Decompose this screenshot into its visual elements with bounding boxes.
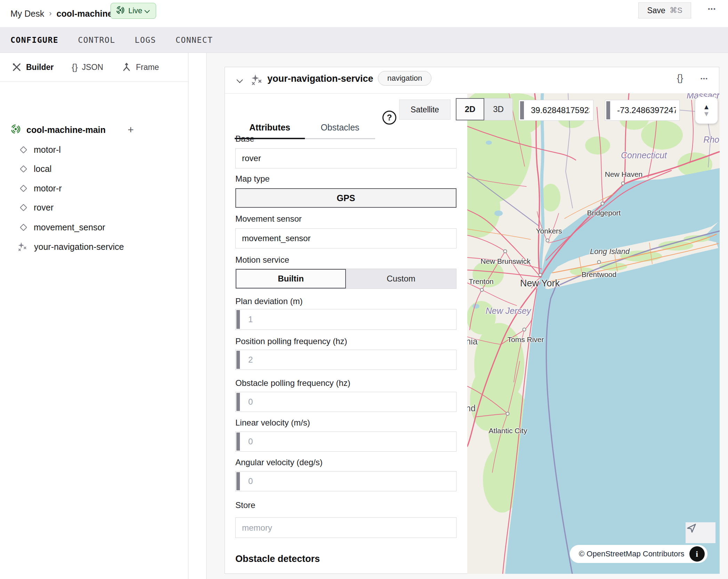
sidebar: Builder {} JSON Frame [0,53,188,579]
map-3d-button[interactable]: 3D [484,98,513,120]
attribution-text: © OpenStreetMap Contributors [579,549,685,558]
tree-item-local[interactable]: local [19,161,51,176]
more-menu-button[interactable]: ••• [708,6,716,13]
breadcrumb-separator: › [49,9,51,18]
save-button[interactable]: Save ⌘S [638,2,691,18]
card-menu-button[interactable]: ••• [701,76,708,81]
map-canvas [467,93,720,574]
obstacle-polling-input[interactable] [235,392,456,412]
map-label-yonkers: Yonkers [536,227,562,235]
add-component-button[interactable]: + [124,124,137,136]
tree-item-label: local [34,164,51,174]
map-label-brentwood: Brentwood [582,270,616,279]
map-label-new-york: New York [520,278,560,289]
linear-velocity-input[interactable] [235,431,456,452]
chevron-down-icon [145,8,150,13]
motion-builtin-option[interactable]: Builtin [236,269,346,288]
save-label: Save [647,6,665,15]
tab-obstacles[interactable]: Obstacles [305,122,375,139]
live-label: Live [128,6,142,15]
satellite-toggle-button[interactable]: Satellite [399,100,451,120]
map-label-connecticut: Connecticut [621,150,667,160]
tree-item-label: motor-r [34,183,62,193]
plan-deviation-input[interactable] [235,309,456,330]
service-type-badge: navigation [378,71,431,86]
drag-handle-icon[interactable] [236,433,240,451]
tab-configure[interactable]: CONFIGURE [10,35,58,45]
store-input[interactable] [235,517,456,538]
zoom-out-arrow-icon[interactable]: ▼ [703,110,710,117]
config-mode-switcher: Builder {} JSON Frame [0,53,188,82]
obstacle-detectors-heading: Obstacle detectors [235,554,320,564]
tree-item-movement-sensor[interactable]: movement_sensor [19,220,105,235]
tab-logs[interactable]: LOGS [135,35,156,45]
navigation-service-card: your-navigation-service navigation {} ••… [225,67,719,574]
angular-velocity-label: Angular velocity (deg/s) [235,458,323,467]
map-label-new-brunswick: New Brunswick [480,257,531,265]
component-icon [20,204,27,211]
card-title: your-navigation-service [267,73,373,84]
base-input[interactable] [235,148,456,168]
map-type-label: Map type [235,174,270,184]
map-type-gps-button[interactable]: GPS [235,188,456,208]
tab-connect[interactable]: CONNECT [176,35,213,45]
info-icon[interactable]: i [689,546,705,562]
motion-service-label: Motion service [235,255,289,265]
tab-control[interactable]: CONTROL [78,35,115,45]
drag-handle-icon[interactable] [236,472,240,490]
plan-deviation-label: Plan deviation (m) [235,296,302,306]
mode-builder-label: Builder [26,63,54,72]
map-label-long-island: Long Island [590,247,630,256]
mode-frame[interactable]: Frame [121,62,159,72]
tools-icon [11,62,22,72]
store-label: Store [235,500,255,510]
tree-item-motor-l[interactable]: motor-l [19,142,61,157]
latitude-input[interactable] [519,100,593,121]
movement-sensor-input[interactable] [235,228,456,248]
navigation-arrow-icon [686,522,697,534]
drag-handle-icon[interactable] [236,393,240,411]
tree-item-label: movement_sensor [34,222,105,232]
map-label-toms-river: Toms River [507,335,544,344]
drag-handle-icon[interactable] [606,101,610,119]
zoom-in-arrow-icon[interactable]: ▲ [703,103,710,110]
breadcrumb-machine-name: cool-machine [57,9,113,19]
live-status-dropdown[interactable]: Live [111,3,156,19]
tree-item-motor-r[interactable]: motor-r [19,181,62,196]
map-zoom-stepper[interactable]: ▲ ▼ [695,97,718,124]
map-label-new-haven: New Haven [605,170,643,179]
collapse-chevron-icon[interactable] [236,77,243,83]
mode-frame-label: Frame [136,63,159,72]
main-content: your-navigation-service navigation {} ••… [206,53,728,579]
tree-item-navigation-service[interactable]: your-navigation-service [17,239,124,254]
motion-custom-option[interactable]: Custom [346,269,456,288]
service-sparkle-icon [251,73,263,86]
position-polling-label: Position polling frequency (hz) [235,336,347,346]
map-dimension-toggle: 2D 3D [456,98,513,120]
longitude-input[interactable] [605,100,680,121]
frame-axes-icon [121,62,132,72]
mode-json[interactable]: {} JSON [72,62,103,73]
braces-icon: {} [72,62,78,73]
tree-item-rover[interactable]: rover [19,200,54,215]
breadcrumb-my-desk[interactable]: My Desk [10,9,44,19]
map-label-atlantic-city: Atlantic City [487,426,529,435]
navigation-map[interactable]: Massachu Rhode Connecticut New Haven Bri… [467,93,720,574]
map-label-new-jersey: New Jersey [486,306,531,316]
body: Builder {} JSON Frame [0,53,728,579]
drag-handle-icon[interactable] [236,351,240,369]
service-sparkle-icon [17,241,28,252]
mode-builder[interactable]: Builder [11,62,54,72]
linear-velocity-label: Linear velocity (m/s) [235,418,310,428]
locate-button[interactable] [686,522,715,543]
component-icon [20,165,27,172]
map-2d-button[interactable]: 2D [456,98,484,120]
angular-velocity-input[interactable] [235,471,456,491]
help-icon[interactable]: ? [382,111,396,125]
motion-service-segmented: Builtin Custom [235,269,456,289]
tree-root-machine-part[interactable]: cool-machine-main [10,121,106,139]
drag-handle-icon[interactable] [236,310,240,329]
json-toggle-icon[interactable]: {} [677,73,683,84]
drag-handle-icon[interactable] [520,101,524,119]
position-polling-input[interactable] [235,350,456,370]
